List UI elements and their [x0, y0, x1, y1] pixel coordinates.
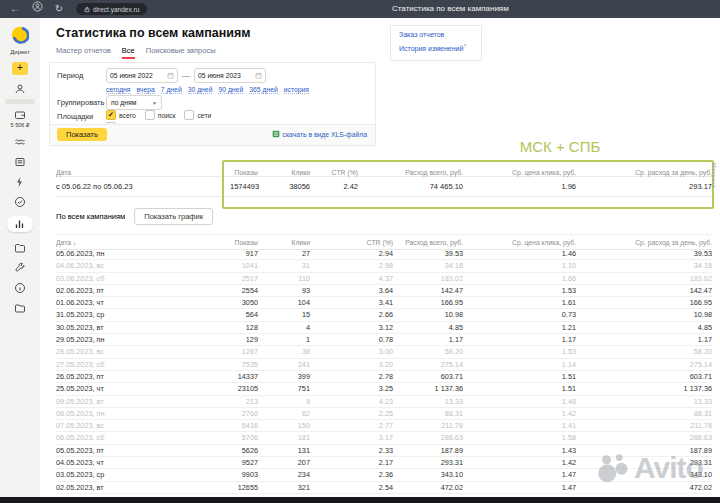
quick-link-90days[interactable]: 90 дней [218, 86, 243, 94]
url-text: direct.yandex.ru [93, 6, 139, 13]
table-row: 26.05.2023, пт143373992.78603.711.51603.… [56, 371, 712, 383]
row-value: 2.17 [310, 457, 393, 468]
tools-wrench-icon[interactable] [14, 262, 26, 274]
table-row: 03.05.2023, ср99032342.36343.101.47343.1… [56, 469, 712, 481]
row-date: 31.05.2023, ср [56, 309, 230, 320]
row-value: 110 [258, 273, 310, 284]
table-col-label: Расход всего, руб. [405, 239, 463, 246]
table-col-label: Показы [235, 239, 259, 246]
page-title: Статистика по всем кампаниям [56, 26, 251, 40]
profile-icon[interactable] [30, 0, 44, 18]
bottom-bar [0, 497, 720, 503]
campaigns-card-icon[interactable] [14, 156, 26, 168]
date-to-value: 05 июня 2023 [198, 72, 241, 79]
row-date: 25.05.2023, чт [56, 383, 230, 394]
platform-total-label: всего [119, 112, 136, 119]
checkbox-total-checked[interactable]: ✓ [106, 110, 116, 120]
wallet-icon[interactable] [14, 109, 26, 121]
table-col-header[interactable]: Дата↓ [56, 239, 230, 246]
screen: ← ↻ direct.yandex.ru Статистика по всем … [0, 0, 720, 503]
table-col-header: CTR (%) [310, 239, 393, 246]
xls-file-icon [272, 130, 280, 138]
table-row: 25.05.2023, чт231057513.251 137.361.511 … [56, 383, 712, 395]
tab-vse[interactable]: Все [122, 46, 135, 59]
yandex-direct-logo-icon [11, 26, 29, 44]
metrics-side-tab[interactable]: Метрики [711, 163, 717, 188]
checkbox-search[interactable] [145, 110, 155, 120]
reports-info-box: Заказ отчетов История изменений? [390, 25, 482, 61]
direct-logo[interactable]: Директ [10, 26, 30, 55]
statistics-chart-icon[interactable] [7, 216, 33, 232]
row-value: 1.42 [463, 408, 576, 419]
all-campaigns-tab[interactable]: По всем кампаниям [56, 212, 125, 221]
quick-period-links: сегодня вчера 7 дней 30 дней 90 дней 365… [106, 86, 309, 94]
row-value: 2.78 [310, 371, 393, 382]
row-value: 14337 [230, 371, 258, 382]
row-date: 03.06.2023, сб [56, 273, 230, 284]
date-to-input[interactable]: 05 июня 2023 [194, 68, 266, 83]
group-select[interactable]: по дням ▼ [106, 95, 162, 110]
table-section-tabs: По всем кампаниям Показать график [56, 208, 213, 225]
show-chart-button[interactable]: Показать график [134, 208, 213, 225]
row-value: 3.12 [310, 322, 393, 333]
row-value: 58.20 [576, 346, 712, 357]
summary-row-value: 38056 [258, 182, 310, 191]
files-folder-icon[interactable] [14, 302, 26, 314]
row-value: 10.98 [576, 309, 712, 320]
row-value: 2760 [230, 408, 258, 419]
row-value: 343.10 [576, 469, 712, 480]
quick-link-today[interactable]: сегодня [106, 86, 131, 94]
row-value: 3.17 [310, 432, 393, 443]
quick-link-history[interactable]: история [284, 86, 309, 94]
add-campaign-button[interactable]: + [12, 62, 28, 75]
sidebar-selection-indicator [5, 99, 35, 104]
row-value: 7535 [230, 359, 258, 370]
table-row: 08.05.2023, пн2760622.2588.311.4288.31 [56, 408, 712, 420]
platform-option-search[interactable]: поиск [145, 110, 176, 120]
row-value: 3.20 [310, 359, 393, 370]
row-value: 1.47 [463, 482, 576, 493]
row-value: 2.33 [310, 445, 393, 456]
row-value: 128 [230, 322, 258, 333]
row-value: 34.18 [393, 260, 463, 271]
checkbox-networks[interactable] [184, 110, 194, 120]
table-row: 02.05.2023, вт126553212.54472.021.47472.… [56, 482, 712, 494]
platform-option-total[interactable]: ✓ всего [106, 110, 136, 120]
row-value: 211.78 [576, 420, 712, 431]
quick-link-yesterday[interactable]: вчера [137, 86, 155, 94]
row-value: 2517 [230, 273, 258, 284]
tab-master-otchetov[interactable]: Мастер отчетов [56, 46, 111, 59]
info-icon[interactable] [14, 282, 26, 294]
download-xls-link[interactable]: скачать в виде XLS-файла [272, 130, 367, 138]
date-from-input[interactable]: 05 июня 2022 [106, 68, 178, 83]
row-value: 1.53 [463, 346, 576, 357]
row-value: 9 [258, 396, 310, 407]
quick-link-30days[interactable]: 30 дней [188, 86, 213, 94]
address-bar[interactable]: direct.yandex.ru [76, 3, 147, 15]
row-value: 1.51 [463, 371, 576, 382]
change-history-link[interactable]: История изменений? [399, 43, 473, 52]
overview-waves-icon[interactable] [14, 136, 26, 148]
moderation-check-icon[interactable] [14, 196, 26, 208]
table-row: 05.06.2023, пн917272.9439.531.4639.53 [56, 248, 712, 260]
show-button[interactable]: Показать [57, 128, 107, 141]
row-value: 2.36 [310, 469, 393, 480]
row-value: 27 [258, 248, 310, 259]
platform-option-networks[interactable]: сети [184, 110, 211, 120]
summary-row-value: 293.17 [576, 182, 712, 191]
quick-link-365days[interactable]: 365 дней [249, 86, 278, 94]
table-row: 04.05.2023, чт95272072.17293.311.42293.3… [56, 457, 712, 469]
order-reports-link[interactable]: Заказ отчетов [399, 31, 473, 38]
quick-link-7days[interactable]: 7 дней [161, 86, 182, 94]
refresh-icon[interactable]: ↻ [52, 0, 66, 18]
documents-folder-icon[interactable] [14, 242, 26, 254]
table-col-header: Расход всего, руб. [393, 239, 463, 246]
row-value: 603.71 [576, 371, 712, 382]
profile-sidebar-icon[interactable] [14, 83, 26, 95]
tab-poiskovye-zaprosy[interactable]: Поисковые запросы [146, 46, 216, 59]
row-value: 93 [258, 285, 310, 296]
row-date: 05.06.2023, пн [56, 248, 230, 259]
bolt-icon[interactable] [14, 176, 26, 188]
back-icon[interactable]: ← [8, 0, 22, 18]
panel-footer: Показать скачать в виде XLS-файла [50, 124, 375, 145]
